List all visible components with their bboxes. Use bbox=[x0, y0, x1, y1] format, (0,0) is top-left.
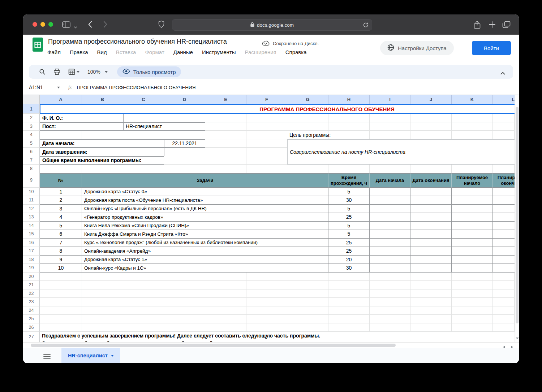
row-header-4[interactable]: 4 bbox=[23, 131, 40, 139]
table-row-12-cell[interactable] bbox=[410, 205, 452, 213]
cell[interactable] bbox=[410, 273, 452, 281]
cell[interactable] bbox=[82, 289, 123, 298]
cell[interactable] bbox=[82, 273, 123, 281]
table-row-11-cell[interactable] bbox=[410, 196, 452, 205]
active-sheet-tab[interactable]: HR-специалист bbox=[61, 348, 120, 363]
table-row-18-cell[interactable] bbox=[452, 256, 493, 264]
cell[interactable] bbox=[370, 165, 410, 173]
fio-value-cell[interactable] bbox=[123, 114, 205, 122]
cell[interactable] bbox=[370, 131, 410, 139]
row-header-3[interactable]: 3 bbox=[23, 122, 40, 131]
cell[interactable] bbox=[40, 323, 82, 332]
menu-tools[interactable]: Инструменты bbox=[202, 49, 236, 55]
cell[interactable] bbox=[205, 289, 246, 298]
formula-input[interactable]: ПРОГРАММА ПРОФЕССИОНАЛЬНОГО ОБУЧЕНИЯ bbox=[77, 85, 195, 90]
cell[interactable] bbox=[370, 323, 410, 332]
table-row-13-cell[interactable] bbox=[370, 213, 410, 222]
cell[interactable] bbox=[205, 323, 246, 332]
row-header-23[interactable]: 23 bbox=[23, 298, 40, 306]
cell[interactable] bbox=[246, 281, 287, 289]
cell[interactable] bbox=[123, 281, 164, 289]
cell[interactable] bbox=[410, 306, 452, 315]
table-row-10-cell[interactable] bbox=[370, 188, 410, 196]
cell[interactable] bbox=[205, 298, 246, 306]
cell[interactable] bbox=[287, 273, 328, 281]
cell[interactable] bbox=[287, 298, 328, 306]
row-header-7[interactable]: 7 bbox=[23, 156, 40, 165]
fio-label-cell[interactable]: Ф. И. О.: bbox=[40, 114, 123, 122]
cell[interactable] bbox=[328, 281, 370, 289]
cell[interactable] bbox=[328, 306, 370, 315]
sheet-tab-caret-icon[interactable] bbox=[111, 355, 114, 357]
cell[interactable] bbox=[370, 281, 410, 289]
row-header-25[interactable]: 25 bbox=[23, 315, 40, 323]
table-row-15-cell[interactable]: 5 bbox=[328, 230, 370, 239]
column-header-E[interactable]: E bbox=[205, 95, 246, 104]
table-row-14-cell[interactable] bbox=[452, 222, 493, 230]
cell[interactable] bbox=[452, 281, 493, 289]
cell[interactable] bbox=[287, 315, 328, 323]
cell[interactable] bbox=[205, 315, 246, 323]
print-icon[interactable] bbox=[53, 69, 60, 75]
table-row-18-cell[interactable]: 9 bbox=[40, 256, 82, 264]
new-tab-icon[interactable] bbox=[489, 21, 496, 30]
row-header-13[interactable]: 13 bbox=[23, 213, 40, 222]
horizontal-scrollbar-thumb[interactable] bbox=[31, 344, 396, 347]
cell[interactable] bbox=[205, 281, 246, 289]
cell[interactable] bbox=[452, 315, 493, 323]
table-row-13-cell[interactable]: 25 bbox=[328, 213, 370, 222]
row-header-20[interactable]: 20 bbox=[23, 273, 40, 281]
row-header-5[interactable]: 5 bbox=[23, 139, 40, 148]
vertical-scrollbar-thumb[interactable] bbox=[516, 107, 519, 323]
row-header-8[interactable]: 8 bbox=[23, 165, 40, 173]
table-row-14-cell[interactable] bbox=[370, 222, 410, 230]
cell[interactable] bbox=[328, 122, 370, 131]
row-header-14[interactable]: 14 bbox=[23, 222, 40, 230]
cell[interactable] bbox=[493, 323, 515, 332]
row-header-27[interactable]: 27 bbox=[23, 332, 40, 342]
cell[interactable] bbox=[493, 289, 515, 298]
cell[interactable] bbox=[493, 131, 515, 139]
cell[interactable] bbox=[287, 306, 328, 315]
row-header-18[interactable]: 18 bbox=[23, 256, 40, 264]
cell[interactable] bbox=[164, 165, 205, 173]
sidebar-chevron-icon[interactable] bbox=[74, 23, 77, 30]
cell[interactable] bbox=[164, 131, 205, 139]
cell[interactable] bbox=[164, 273, 205, 281]
table-row-16-cell[interactable]: 7 bbox=[40, 239, 82, 247]
table-row-18-cell[interactable]: 20 bbox=[328, 256, 370, 264]
cell[interactable] bbox=[246, 156, 287, 165]
share-page-icon[interactable] bbox=[473, 21, 481, 31]
row-header-16[interactable]: 16 bbox=[23, 239, 40, 247]
table-row-10-cell[interactable] bbox=[410, 188, 452, 196]
cell[interactable] bbox=[410, 289, 452, 298]
cell[interactable] bbox=[205, 165, 246, 173]
cell[interactable] bbox=[246, 289, 287, 298]
cell[interactable] bbox=[493, 298, 515, 306]
cell[interactable] bbox=[287, 114, 328, 122]
column-header-I[interactable]: I bbox=[370, 95, 410, 104]
cell[interactable] bbox=[452, 323, 493, 332]
forward-icon[interactable] bbox=[103, 21, 107, 29]
cell[interactable] bbox=[82, 298, 123, 306]
cell[interactable] bbox=[493, 273, 515, 281]
cell[interactable] bbox=[40, 165, 82, 173]
cell[interactable] bbox=[40, 131, 82, 139]
name-box[interactable]: A1:N1 bbox=[29, 84, 57, 90]
cell[interactable] bbox=[205, 156, 246, 165]
cell[interactable] bbox=[287, 122, 328, 131]
menu-help[interactable]: Справка bbox=[285, 49, 307, 55]
cell[interactable] bbox=[328, 165, 370, 173]
menu-data[interactable]: Данные bbox=[173, 49, 193, 55]
cell[interactable] bbox=[493, 315, 515, 323]
sidebar-icon[interactable] bbox=[62, 21, 70, 29]
table-row-19-cell[interactable]: 10 bbox=[40, 264, 82, 273]
cell[interactable] bbox=[370, 315, 410, 323]
row-header-17[interactable]: 17 bbox=[23, 247, 40, 256]
cell[interactable] bbox=[205, 122, 246, 131]
cell[interactable] bbox=[452, 131, 493, 139]
cell[interactable] bbox=[410, 122, 452, 131]
table-row-14-cell[interactable]: Книга Нила Рекхэма «Спин Продажи (СПИН)» bbox=[82, 222, 328, 230]
column-header-J[interactable]: J bbox=[410, 95, 452, 104]
cell[interactable] bbox=[164, 323, 205, 332]
